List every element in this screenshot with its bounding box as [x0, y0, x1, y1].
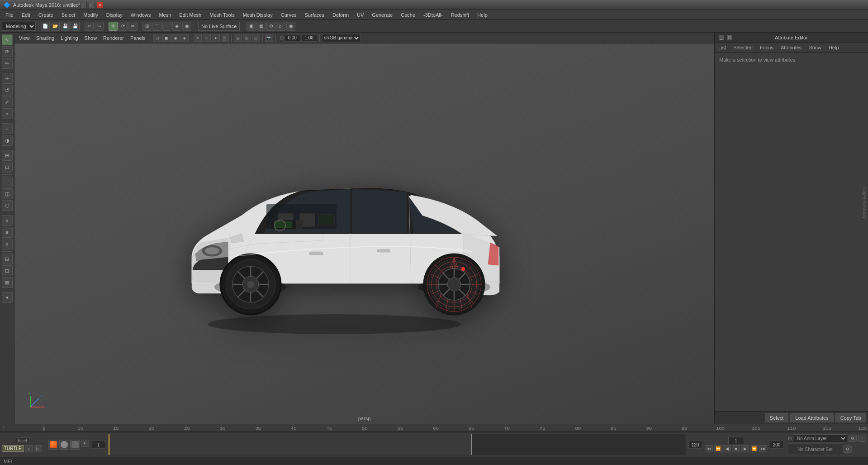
- vp-hud-btn[interactable]: ⊟: [252, 34, 260, 42]
- misc-btn3[interactable]: ⊠: [2, 277, 13, 288]
- vp-shaded-btn[interactable]: ◉: [171, 34, 180, 42]
- rotate-tool-btn[interactable]: ↺: [2, 85, 13, 96]
- step-back-btn[interactable]: ⏪: [714, 445, 722, 452]
- load-attributes-btn[interactable]: Load Attributes: [790, 413, 833, 422]
- frame-end-input[interactable]: [770, 441, 783, 449]
- no-live-surface-btn[interactable]: No Live Surface: [198, 22, 240, 31]
- attr-tab-attributes[interactable]: Attributes: [779, 44, 803, 51]
- render-toggle-btn[interactable]: ▾: [81, 440, 89, 447]
- save-file-btn[interactable]: 💾: [61, 22, 70, 31]
- vp-flat-btn[interactable]: ◼: [162, 34, 171, 42]
- minimize-btn[interactable]: _: [81, 2, 87, 8]
- menu-modify[interactable]: Modify: [80, 11, 101, 19]
- viewport-canvas[interactable]: persp Z X Y: [14, 43, 714, 424]
- vp-panels-menu[interactable]: Panels: [128, 34, 148, 42]
- menu-file[interactable]: File: [2, 11, 17, 19]
- vp-shadow-btn[interactable]: ○: [203, 34, 211, 42]
- menu-mesh-tools[interactable]: Mesh Tools: [206, 11, 238, 19]
- lasso-btn[interactable]: ⟳: [119, 22, 128, 31]
- misc-btn1[interactable]: ⊞: [2, 254, 13, 264]
- menu-create[interactable]: Create: [35, 11, 57, 19]
- attr-tab-list[interactable]: List: [716, 44, 728, 51]
- lasso-tool-btn[interactable]: ⟳: [2, 46, 13, 57]
- anim-layer-add-btn[interactable]: +: [858, 435, 866, 442]
- misc-btn4[interactable]: ▾: [2, 292, 13, 303]
- maximize-btn[interactable]: □: [89, 2, 95, 8]
- turtle-label[interactable]: TURTLE: [2, 445, 24, 452]
- char-set-btn1[interactable]: ⚙: [844, 446, 852, 453]
- render-all-btn[interactable]: ▦: [256, 22, 266, 31]
- save-scene-btn[interactable]: 💾: [71, 22, 80, 31]
- mode-dropdown[interactable]: Modeling: [2, 22, 36, 31]
- attr-tab-show[interactable]: Show: [807, 44, 823, 51]
- render-icon-1[interactable]: [48, 440, 58, 450]
- surface-tool-btn[interactable]: ◫: [2, 188, 13, 199]
- vp-wireframe-btn[interactable]: ⊡: [153, 34, 161, 42]
- vp-light-btn[interactable]: ☀: [194, 34, 202, 42]
- stop-btn[interactable]: ■: [732, 445, 740, 452]
- select-tool-btn[interactable]: ↖: [2, 34, 13, 45]
- display-layers-btn[interactable]: ≡: [2, 227, 13, 238]
- menu-3dto-all[interactable]: -3DtoAll-: [420, 11, 446, 19]
- attr-tab-selected[interactable]: Selected: [731, 44, 754, 51]
- snap-btn[interactable]: ⊡: [2, 162, 13, 173]
- move-tool-btn[interactable]: ✛: [2, 73, 13, 84]
- next-anim-btn[interactable]: ▷: [34, 445, 42, 452]
- menu-curves[interactable]: Curves: [277, 11, 300, 19]
- menu-select[interactable]: Select: [58, 11, 79, 19]
- gamma-input[interactable]: 1.00: [301, 34, 317, 42]
- menu-generate[interactable]: Generate: [368, 11, 396, 19]
- ipr-render-btn[interactable]: ▷: [276, 22, 285, 31]
- vp-shaded-wire-btn[interactable]: ◈: [180, 34, 189, 42]
- new-file-btn[interactable]: 📄: [41, 22, 50, 31]
- vp-cam-btn[interactable]: 📷: [265, 34, 273, 42]
- vp-fog-btn[interactable]: ▒: [221, 34, 229, 42]
- copy-tab-btn[interactable]: Copy Tab: [835, 413, 866, 422]
- menu-deform[interactable]: Deform: [329, 11, 352, 19]
- select-btn-attr[interactable]: Select: [765, 413, 789, 422]
- menu-mesh-display[interactable]: Mesh Display: [239, 11, 276, 19]
- play-back-btn[interactable]: ◀: [723, 445, 731, 452]
- select-btn[interactable]: ✜: [109, 22, 118, 31]
- anim-layer-settings-btn[interactable]: ⚙: [849, 435, 857, 442]
- menu-help[interactable]: Help: [474, 11, 491, 19]
- soft-mod-btn[interactable]: ○: [2, 123, 13, 134]
- frame-playback-end-input[interactable]: [688, 441, 702, 449]
- current-frame-input[interactable]: [728, 437, 744, 444]
- redo-btn[interactable]: ↪: [95, 22, 104, 31]
- snap-view-btn[interactable]: ◈: [172, 22, 181, 31]
- render-region-btn[interactable]: ▣: [247, 22, 256, 31]
- anim-layer-dropdown[interactable]: No Anim Layer: [793, 434, 847, 442]
- polygon-tool-btn[interactable]: ⬡: [2, 200, 13, 211]
- render-icon-3[interactable]: [70, 440, 80, 450]
- prev-anim-btn[interactable]: ◁: [25, 445, 33, 452]
- step-fwd-btn[interactable]: ⏩: [750, 445, 758, 452]
- attr-float-btn[interactable]: □: [726, 34, 733, 41]
- transform-tool-btn[interactable]: ⌖: [2, 108, 13, 119]
- skip-start-btn[interactable]: ⏮: [705, 445, 713, 452]
- timeline-track[interactable]: [108, 434, 686, 455]
- sculpt-btn[interactable]: ◑: [2, 135, 13, 146]
- attr-minimize-btn[interactable]: _: [718, 34, 725, 41]
- play-fwd-btn[interactable]: ▶: [741, 445, 749, 452]
- snap-live-btn[interactable]: ◉: [182, 22, 191, 31]
- render-layers-btn[interactable]: ≡: [2, 239, 13, 249]
- close-btn[interactable]: ✕: [97, 2, 103, 8]
- curves-tool-btn[interactable]: ⌒: [2, 177, 13, 187]
- paint-tool-btn[interactable]: ✏: [2, 58, 13, 69]
- scale-tool-btn[interactable]: ⤢: [2, 96, 13, 107]
- misc-btn2[interactable]: ⊟: [2, 265, 13, 276]
- snap-point-btn[interactable]: ·: [162, 22, 171, 31]
- open-file-btn[interactable]: 📂: [51, 22, 60, 31]
- snap-curve-btn[interactable]: ⌒: [152, 22, 161, 31]
- attr-tab-focus[interactable]: Focus: [758, 44, 775, 51]
- show-manip-btn[interactable]: ⊞: [2, 150, 13, 161]
- vp-show-menu[interactable]: Show: [82, 34, 100, 42]
- skip-end-btn[interactable]: ⏭: [759, 445, 767, 452]
- menu-edit[interactable]: Edit: [18, 11, 34, 19]
- menu-edit-mesh[interactable]: Edit Mesh: [175, 11, 205, 19]
- vp-isolate-btn[interactable]: ◎: [234, 34, 242, 42]
- undo-btn[interactable]: ↩: [85, 22, 94, 31]
- frame-start-input[interactable]: [92, 441, 105, 449]
- menu-display[interactable]: Display: [103, 11, 126, 19]
